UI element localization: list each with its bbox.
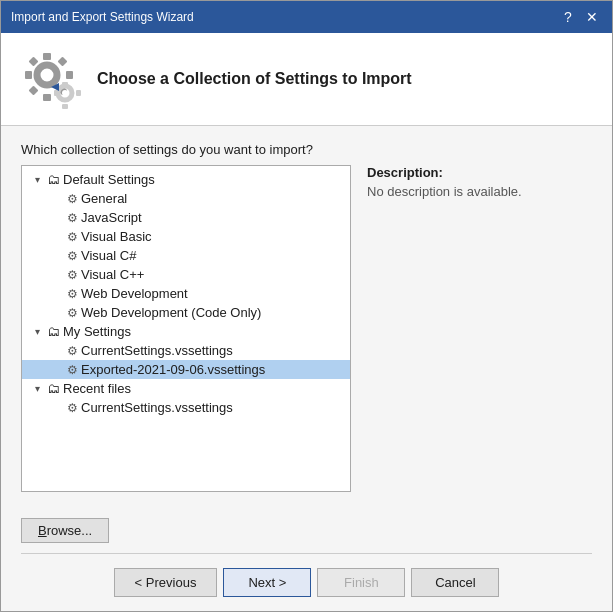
wizard-icon bbox=[21, 49, 81, 109]
svg-rect-2 bbox=[43, 53, 51, 60]
tree-item-label: Visual Basic bbox=[81, 229, 152, 244]
tree-item-visual-basic[interactable]: ⚙ Visual Basic bbox=[22, 227, 350, 246]
close-button[interactable]: ✕ bbox=[582, 7, 602, 27]
svg-rect-8 bbox=[29, 86, 39, 96]
svg-rect-7 bbox=[58, 57, 68, 67]
folder-icon: 🗂 bbox=[47, 172, 60, 187]
spacer bbox=[50, 268, 64, 282]
finish-button[interactable]: Finish bbox=[317, 568, 405, 597]
tree-item-label: Web Development bbox=[81, 286, 188, 301]
svg-rect-3 bbox=[43, 94, 51, 101]
main-row: ▾ 🗂 Default Settings ⚙ General ⚙ JavaScr… bbox=[21, 165, 592, 492]
title-bar-text: Import and Export Settings Wizard bbox=[11, 10, 194, 24]
browse-label: Browse... bbox=[38, 523, 92, 538]
toggle-icon: ▾ bbox=[30, 325, 44, 339]
previous-button[interactable]: < Previous bbox=[114, 568, 218, 597]
tree-item-label: Default Settings bbox=[63, 172, 155, 187]
spacer bbox=[50, 344, 64, 358]
browse-button[interactable]: Browse... bbox=[21, 518, 109, 543]
gear-icon: ⚙ bbox=[67, 249, 78, 263]
tree-item-label: My Settings bbox=[63, 324, 131, 339]
svg-rect-6 bbox=[29, 57, 39, 67]
toggle-icon: ▾ bbox=[30, 173, 44, 187]
folder-icon: 🗂 bbox=[47, 324, 60, 339]
gear-icon: ⚙ bbox=[67, 363, 78, 377]
tree-item-recent-files[interactable]: ▾ 🗂 Recent files bbox=[22, 379, 350, 398]
browse-area: Browse... bbox=[1, 508, 612, 553]
tree-item-current-settings-2[interactable]: ⚙ CurrentSettings.vssettings bbox=[22, 398, 350, 417]
tree-item-general[interactable]: ⚙ General bbox=[22, 189, 350, 208]
spacer bbox=[50, 211, 64, 225]
header-section: Choose a Collection of Settings to Impor… bbox=[1, 33, 612, 126]
tree-item-label: JavaScript bbox=[81, 210, 142, 225]
description-panel: Description: No description is available… bbox=[367, 165, 592, 492]
tree-item-visual-cpp[interactable]: ⚙ Visual C++ bbox=[22, 265, 350, 284]
svg-rect-14 bbox=[54, 90, 59, 96]
gear-icon: ⚙ bbox=[67, 192, 78, 206]
tree-panel[interactable]: ▾ 🗂 Default Settings ⚙ General ⚙ JavaScr… bbox=[21, 165, 351, 492]
gear-icon: ⚙ bbox=[67, 401, 78, 415]
tree-item-label: Visual C# bbox=[81, 248, 136, 263]
folder-icon: 🗂 bbox=[47, 381, 60, 396]
tree-item-exported-settings[interactable]: ⚙ Exported-2021-09-06.vssettings bbox=[22, 360, 350, 379]
description-text: No description is available. bbox=[367, 184, 592, 199]
svg-rect-13 bbox=[62, 104, 68, 109]
tree-item-web-development-code[interactable]: ⚙ Web Development (Code Only) bbox=[22, 303, 350, 322]
cancel-button[interactable]: Cancel bbox=[411, 568, 499, 597]
description-label: Description: bbox=[367, 165, 592, 180]
svg-rect-12 bbox=[62, 82, 68, 87]
tree-item-label: Web Development (Code Only) bbox=[81, 305, 261, 320]
tree-item-label: CurrentSettings.vssettings bbox=[81, 343, 233, 358]
title-bar-controls: ? ✕ bbox=[558, 7, 602, 27]
svg-rect-15 bbox=[76, 90, 81, 96]
tree-item-label: Recent files bbox=[63, 381, 131, 396]
next-button[interactable]: Next > bbox=[223, 568, 311, 597]
spacer bbox=[50, 230, 64, 244]
tree-item-current-settings-1[interactable]: ⚙ CurrentSettings.vssettings bbox=[22, 341, 350, 360]
header-title: Choose a Collection of Settings to Impor… bbox=[97, 70, 412, 88]
spacer bbox=[50, 249, 64, 263]
svg-rect-5 bbox=[66, 71, 73, 79]
gear-icon: ⚙ bbox=[67, 287, 78, 301]
tree-item-visual-csharp[interactable]: ⚙ Visual C# bbox=[22, 246, 350, 265]
spacer bbox=[50, 306, 64, 320]
tree-item-label: General bbox=[81, 191, 127, 206]
title-bar: Import and Export Settings Wizard ? ✕ bbox=[1, 1, 612, 33]
gear-icon: ⚙ bbox=[67, 211, 78, 225]
tree-item-my-settings[interactable]: ▾ 🗂 My Settings bbox=[22, 322, 350, 341]
tree-item-label: Exported-2021-09-06.vssettings bbox=[81, 362, 265, 377]
gear-icon: ⚙ bbox=[67, 306, 78, 320]
tree-item-web-development[interactable]: ⚙ Web Development bbox=[22, 284, 350, 303]
gear-icon: ⚙ bbox=[67, 230, 78, 244]
button-row: < Previous Next > Finish Cancel bbox=[1, 554, 612, 611]
help-button[interactable]: ? bbox=[558, 7, 578, 27]
svg-point-11 bbox=[62, 90, 68, 96]
spacer bbox=[50, 401, 64, 415]
prompt-label: Which collection of settings do you want… bbox=[21, 142, 592, 157]
spacer bbox=[50, 287, 64, 301]
dialog-window: Import and Export Settings Wizard ? ✕ bbox=[0, 0, 613, 612]
spacer bbox=[50, 192, 64, 206]
spacer bbox=[50, 363, 64, 377]
tree-item-default-settings[interactable]: ▾ 🗂 Default Settings bbox=[22, 170, 350, 189]
gear-icon: ⚙ bbox=[67, 344, 78, 358]
toggle-icon: ▾ bbox=[30, 382, 44, 396]
svg-rect-4 bbox=[25, 71, 32, 79]
svg-point-1 bbox=[42, 70, 52, 80]
tree-item-javascript[interactable]: ⚙ JavaScript bbox=[22, 208, 350, 227]
tree-item-label: Visual C++ bbox=[81, 267, 144, 282]
content-area: Which collection of settings do you want… bbox=[1, 126, 612, 508]
gear-icon: ⚙ bbox=[67, 268, 78, 282]
tree-item-label: CurrentSettings.vssettings bbox=[81, 400, 233, 415]
